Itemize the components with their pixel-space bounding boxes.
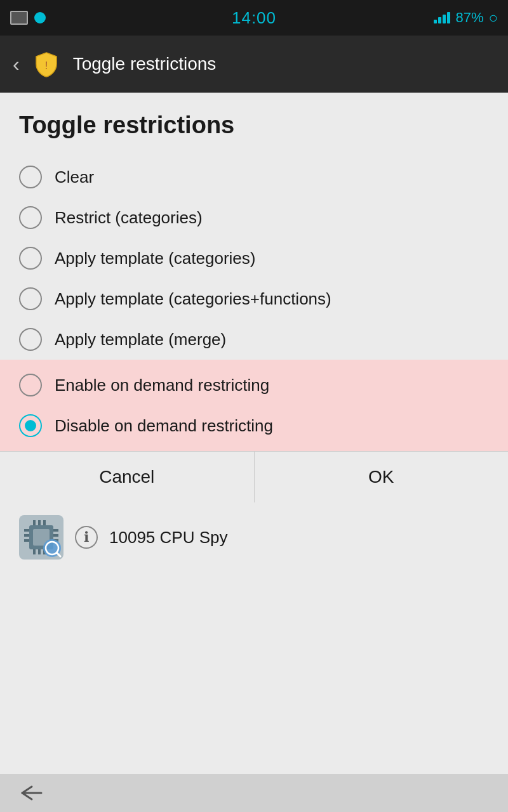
notification-icon	[34, 12, 46, 23]
radio-clear[interactable]	[19, 166, 42, 188]
svg-rect-8	[38, 549, 41, 554]
battery-icon: ○	[489, 9, 498, 27]
radio-label-restrict-categories: Restrict (categories)	[55, 208, 203, 228]
status-bar-left	[10, 11, 46, 25]
radio-label-apply-template-merge: Apply template (merge)	[55, 330, 226, 350]
cancel-button[interactable]: Cancel	[0, 452, 255, 502]
app-icon: !	[32, 50, 60, 78]
svg-rect-4	[33, 520, 36, 525]
svg-rect-11	[24, 534, 29, 537]
battery-percent: 87%	[455, 10, 483, 26]
radio-option-apply-template-categories[interactable]: Apply template (categories)	[19, 238, 489, 278]
radio-apply-template-merge[interactable]	[19, 328, 42, 351]
info-symbol: ℹ	[84, 529, 89, 546]
radio-label-clear: Clear	[55, 167, 94, 187]
back-button[interactable]: ‹	[13, 53, 20, 76]
radio-label-disable-on-demand: Disable on demand restricting	[55, 416, 273, 436]
status-bar-time: 14:00	[232, 8, 276, 28]
signal-icon	[434, 12, 450, 23]
svg-rect-13	[53, 529, 58, 532]
back-nav-icon[interactable]	[19, 783, 44, 802]
radio-option-disable-on-demand[interactable]: Disable on demand restricting	[19, 405, 489, 446]
radio-apply-template-categories-functions[interactable]	[19, 287, 42, 310]
radio-option-enable-on-demand[interactable]: Enable on demand restricting	[19, 365, 489, 405]
app-name: 10095 CPU Spy	[109, 528, 227, 547]
app-icon-cpu-spy	[19, 515, 64, 560]
svg-rect-6	[43, 520, 46, 525]
dialog-title: Toggle restrictions	[19, 112, 489, 139]
radio-option-clear[interactable]: Clear	[19, 157, 489, 197]
bottom-nav-bar	[0, 774, 508, 812]
app-list-item: ℹ 10095 CPU Spy	[0, 502, 508, 572]
dialog-buttons: Cancel OK	[0, 451, 508, 502]
radio-disable-on-demand[interactable]	[19, 414, 42, 437]
radio-enable-on-demand[interactable]	[19, 374, 42, 396]
main-content: Toggle restrictions Clear Restrict (cate…	[0, 93, 508, 451]
svg-rect-10	[24, 529, 29, 532]
highlighted-section: Enable on demand restricting Disable on …	[0, 360, 508, 451]
bottom-area	[0, 572, 508, 788]
radio-label-enable-on-demand: Enable on demand restricting	[55, 376, 269, 395]
radio-label-apply-template-categories: Apply template (categories)	[55, 249, 255, 268]
ok-button[interactable]: OK	[255, 452, 509, 502]
status-bar-right: 87% ○	[434, 9, 498, 27]
radio-option-restrict-categories[interactable]: Restrict (categories)	[19, 197, 489, 238]
photo-icon	[10, 11, 28, 25]
svg-rect-7	[33, 549, 36, 554]
radio-option-apply-template-categories-functions[interactable]: Apply template (categories+functions)	[19, 278, 489, 319]
radio-restrict-categories[interactable]	[19, 206, 42, 229]
svg-rect-12	[24, 539, 29, 542]
toolbar-title: Toggle restrictions	[73, 54, 217, 74]
toolbar: ‹ ! Toggle restrictions	[0, 36, 508, 93]
status-bar: 14:00 87% ○	[0, 0, 508, 36]
radio-label-apply-template-categories-functions: Apply template (categories+functions)	[55, 289, 331, 309]
radio-option-apply-template-merge[interactable]: Apply template (merge)	[19, 319, 489, 360]
svg-rect-14	[53, 534, 58, 537]
radio-apply-template-categories[interactable]	[19, 247, 42, 270]
info-icon[interactable]: ℹ	[75, 526, 98, 549]
svg-rect-5	[38, 520, 41, 525]
svg-text:!: !	[44, 60, 47, 71]
